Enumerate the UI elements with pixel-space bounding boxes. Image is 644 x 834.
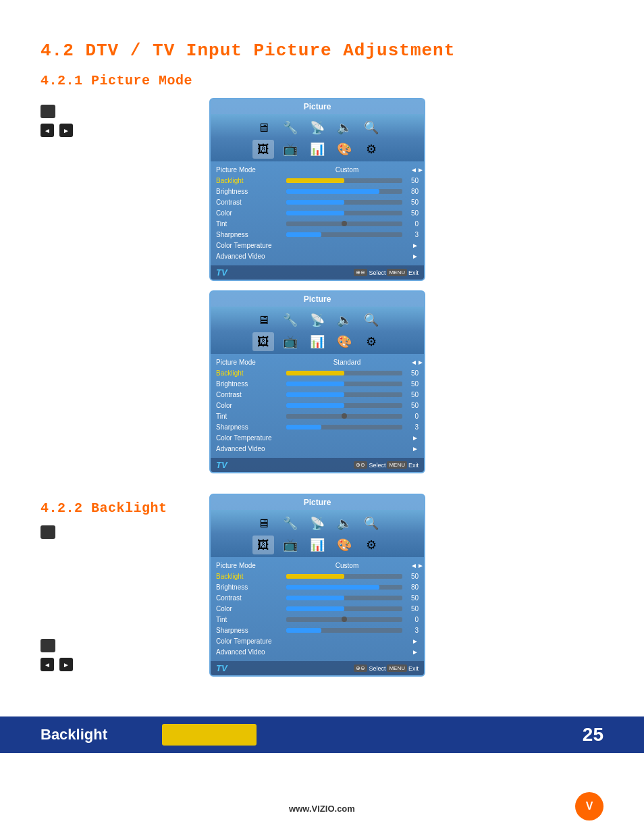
panel-row-contrast-2: Contrast 50: [216, 389, 419, 400]
picture-panel-3: Picture 🖥 🔧 📡 🔈 🔍 🖼 📺 📊 🎨 ⚙: [209, 494, 425, 677]
left-col-421: ◄ ►: [41, 98, 189, 473]
fill-backlight-2: [286, 371, 344, 375]
panel-icon-monitor: 🖥: [252, 118, 274, 137]
panel-row-advvideo-1: Advanced Video ►: [216, 251, 419, 261]
label-picture-mode-3: Picture Mode: [216, 562, 284, 569]
panel-icon-sound-3: 🔈: [333, 514, 355, 533]
panel-row-colortemp-1: Color Temperature ►: [216, 240, 419, 251]
label-backlight-2: Backlight: [216, 369, 284, 377]
num-backlight-1: 50: [405, 177, 419, 184]
fill-contrast-3: [286, 596, 344, 600]
bar-brightness-1: [286, 189, 402, 194]
label-colortemp-1: Color Temperature: [216, 242, 284, 249]
num-color-1: 50: [405, 209, 419, 217]
panel-footer-ctrls-1: ⊕⊖ Select MENU Exit: [354, 269, 419, 276]
label-advvideo-2: Advanced Video: [216, 445, 284, 452]
fill-brightness-2: [286, 382, 344, 386]
bar-contrast-2: [286, 392, 402, 397]
panel-icon-3b: 📊: [306, 332, 328, 351]
label-brightness-2: Brightness: [216, 380, 284, 388]
page-content: 4.2 DTV / TV Input Picture Adjustment 4.…: [0, 0, 644, 704]
right-btn-2[interactable]: ►: [59, 658, 73, 671]
panel-tv-label-2: TV: [216, 460, 227, 470]
panel-icon-magic-3: 🔧: [279, 514, 301, 533]
section-422-content: 4.2.2 Backlight ◄ ► Picture: [41, 494, 603, 677]
left-col-422: 4.2.2 Backlight ◄ ►: [41, 494, 189, 677]
panel-1-rows: Picture Mode Custom ◄► Backlight 50: [211, 161, 424, 265]
arrow-advvideo-1: ►: [410, 253, 419, 260]
panel-3-rows: Picture Mode Custom ◄► Backlight 50: [211, 557, 424, 661]
ctrl-dpad-3: ⊕⊖: [354, 664, 367, 672]
panel-row-backlight-2: Backlight 50: [216, 367, 419, 378]
subtitle-421: 4.2.1 Picture Mode: [41, 73, 603, 88]
panel-row-picture-mode-2: Picture Mode Standard ◄►: [216, 357, 419, 367]
label-advvideo-3: Advanced Video: [216, 648, 284, 656]
select-label-3: Select: [369, 665, 385, 672]
right-col-421: Picture 🖥 🔧 📡 🔈 🔍 🖼 📺 📊 🎨 ⚙: [209, 98, 603, 473]
bar-tint-1: [286, 221, 402, 226]
label-advvideo-1: Advanced Video: [216, 253, 284, 260]
subtitle-422: 4.2.2 Backlight: [41, 500, 189, 516]
bar-color-3: [286, 606, 402, 611]
vizio-logo: V: [575, 792, 603, 820]
panel-row-color-2: Color 50: [216, 400, 419, 411]
bar-sharpness-2: [286, 425, 402, 429]
panel-title-2: Picture: [211, 292, 424, 307]
arrow-advvideo-3: ►: [410, 648, 419, 656]
label-picture-mode-1: Picture Mode: [216, 166, 284, 174]
panel-icon-sound: 🔈: [333, 118, 355, 137]
panel-icon-2c: 📺: [279, 536, 301, 554]
tv-icon-2: [41, 525, 55, 539]
label-contrast-2: Contrast: [216, 391, 284, 398]
fill-contrast-2: [286, 392, 344, 397]
page-number: 25: [583, 724, 603, 746]
left-btn-1[interactable]: ◄: [41, 124, 54, 137]
panel-icon-satellite: 📡: [306, 118, 328, 137]
left-btn-2[interactable]: ◄: [41, 658, 54, 671]
label-color-1: Color: [216, 209, 284, 217]
panel-row-brightness-2: Brightness 50: [216, 378, 419, 389]
panel-row-backlight-1: Backlight 50: [216, 175, 419, 186]
bar-color-2: [286, 403, 402, 408]
fill-brightness-1: [286, 189, 379, 194]
panel-row-sharpness-2: Sharpness 3: [216, 421, 419, 432]
panel-icon-5c: ⚙: [360, 536, 382, 554]
bar-color-1: [286, 211, 402, 215]
num-contrast-3: 50: [405, 594, 419, 602]
bar-backlight-2: [286, 371, 402, 375]
right-btn-1[interactable]: ►: [59, 124, 73, 137]
ctrl-dpad-2: ⊕⊖: [354, 461, 367, 469]
fill-color-3: [286, 606, 344, 611]
panel-icons-row-1b: 🖼 📺 📊 🎨 ⚙: [211, 138, 424, 161]
panel-row-brightness-1: Brightness 80: [216, 186, 419, 197]
ctrl-menu-1: MENU: [387, 269, 407, 276]
panel-row-color-1: Color 50: [216, 207, 419, 218]
panel-icon-5: ⚙: [360, 140, 382, 159]
panel-icon-satellite-3: 📡: [306, 514, 328, 533]
panel-icon-magic-2: 🔧: [279, 311, 301, 330]
exit-label-3: Exit: [408, 665, 419, 672]
num-color-3: 50: [405, 605, 419, 613]
panel-icons-row-2: 🖥 🔧 📡 🔈 🔍: [211, 307, 424, 331]
panel-row-color-3: Color 50: [216, 603, 419, 614]
panel-3-footer: TV ⊕⊖ Select MENU Exit: [211, 661, 424, 675]
arrow-picture-mode-1: ◄►: [410, 166, 419, 174]
num-tint-3: 0: [405, 616, 419, 623]
exit-label-1: Exit: [408, 269, 419, 276]
tv-icon-1: [41, 105, 55, 118]
value-picture-mode-2: Standard: [284, 359, 410, 366]
section-421-content: ◄ ► Picture 🖥 🔧 📡 🔈 🔍 🖼 📺: [41, 98, 603, 473]
dot-tint-2: [342, 413, 347, 419]
footer-url: www.VIZIO.com: [289, 804, 355, 814]
bottom-bar-value: [162, 724, 257, 746]
label-brightness-1: Brightness: [216, 188, 284, 195]
panel-icon-active-1: 🖼: [252, 140, 274, 159]
panel-row-brightness-3: Brightness 80: [216, 581, 419, 592]
label-tint-2: Tint: [216, 413, 284, 420]
bar-backlight-3: [286, 574, 402, 579]
panel-2-footer: TV ⊕⊖ Select MENU Exit: [211, 458, 424, 472]
panel-row-advvideo-3: Advanced Video ►: [216, 646, 419, 657]
label-color-2: Color: [216, 402, 284, 409]
fill-contrast-1: [286, 200, 344, 205]
panel-row-picture-mode-1: Picture Mode Custom ◄►: [216, 164, 419, 175]
